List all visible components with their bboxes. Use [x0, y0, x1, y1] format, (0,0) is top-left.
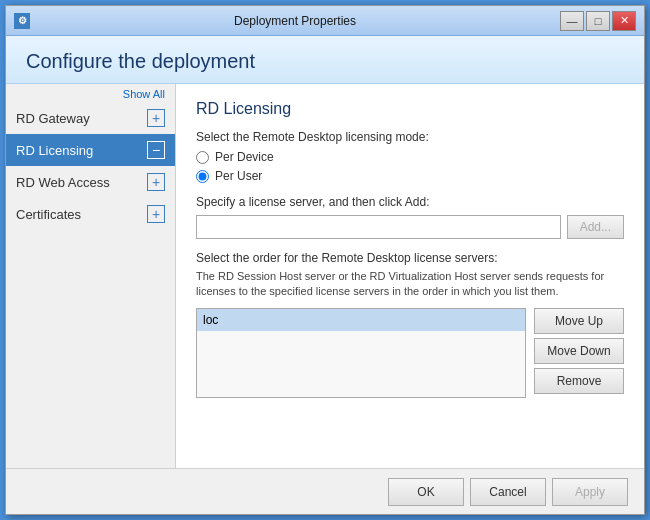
license-server-label: Specify a license server, and then click… [196, 195, 624, 209]
list-item[interactable]: loc [197, 309, 525, 331]
ok-button[interactable]: OK [388, 478, 464, 506]
sidebar-item-certificates[interactable]: Certificates + [6, 198, 175, 230]
window-title: Deployment Properties [30, 14, 560, 28]
mode-label: Select the Remote Desktop licensing mode… [196, 130, 624, 144]
sidebar-item-rd-gateway[interactable]: RD Gateway + [6, 102, 175, 134]
footer: OK Cancel Apply [6, 468, 644, 514]
move-down-button[interactable]: Move Down [534, 338, 624, 364]
per-device-label: Per Device [215, 150, 274, 164]
sidebar: Show All RD Gateway + RD Licensing − RD … [6, 84, 176, 468]
apply-button[interactable]: Apply [552, 478, 628, 506]
license-server-input[interactable] [196, 215, 561, 239]
per-user-radio[interactable] [196, 170, 209, 183]
window-icon: ⚙ [14, 13, 30, 29]
sidebar-item-rd-licensing[interactable]: RD Licensing − [6, 134, 175, 166]
sidebar-item-label: RD Licensing [16, 143, 93, 158]
cancel-button[interactable]: Cancel [470, 478, 546, 506]
add-button[interactable]: Add... [567, 215, 624, 239]
close-button[interactable]: ✕ [612, 11, 636, 31]
per-device-radio[interactable] [196, 151, 209, 164]
list-action-buttons: Move Up Move Down Remove [534, 308, 624, 398]
expand-icon: + [147, 173, 165, 191]
server-name: loc [203, 313, 218, 327]
section-title: RD Licensing [196, 100, 624, 118]
collapse-icon: − [147, 141, 165, 159]
radio-option-per-user: Per User [196, 169, 624, 183]
content-panel: RD Licensing Select the Remote Desktop l… [176, 84, 644, 468]
radio-group-mode: Per Device Per User [196, 150, 624, 183]
move-up-button[interactable]: Move Up [534, 308, 624, 334]
server-list-box[interactable]: loc [196, 308, 526, 398]
sidebar-item-label: RD Web Access [16, 175, 110, 190]
radio-option-per-device: Per Device [196, 150, 624, 164]
license-server-row: Add... [196, 215, 624, 239]
remove-button[interactable]: Remove [534, 368, 624, 394]
order-section-label: Select the order for the Remote Desktop … [196, 251, 624, 265]
sidebar-item-label: Certificates [16, 207, 81, 222]
per-user-label: Per User [215, 169, 262, 183]
sidebar-item-rd-web-access[interactable]: RD Web Access + [6, 166, 175, 198]
expand-icon: + [147, 109, 165, 127]
maximize-button[interactable]: □ [586, 11, 610, 31]
server-list-area: loc Move Up Move Down Remove [196, 308, 624, 398]
title-bar: ⚙ Deployment Properties — □ ✕ [6, 6, 644, 36]
main-content: Show All RD Gateway + RD Licensing − RD … [6, 84, 644, 468]
page-title: Configure the deployment [26, 50, 624, 73]
order-description: The RD Session Host server or the RD Vir… [196, 269, 624, 300]
minimize-button[interactable]: — [560, 11, 584, 31]
show-all-link[interactable]: Show All [6, 84, 175, 102]
page-header: Configure the deployment [6, 36, 644, 84]
deployment-properties-window: ⚙ Deployment Properties — □ ✕ Configure … [5, 5, 645, 515]
window-controls: — □ ✕ [560, 11, 636, 31]
expand-icon: + [147, 205, 165, 223]
sidebar-item-label: RD Gateway [16, 111, 90, 126]
